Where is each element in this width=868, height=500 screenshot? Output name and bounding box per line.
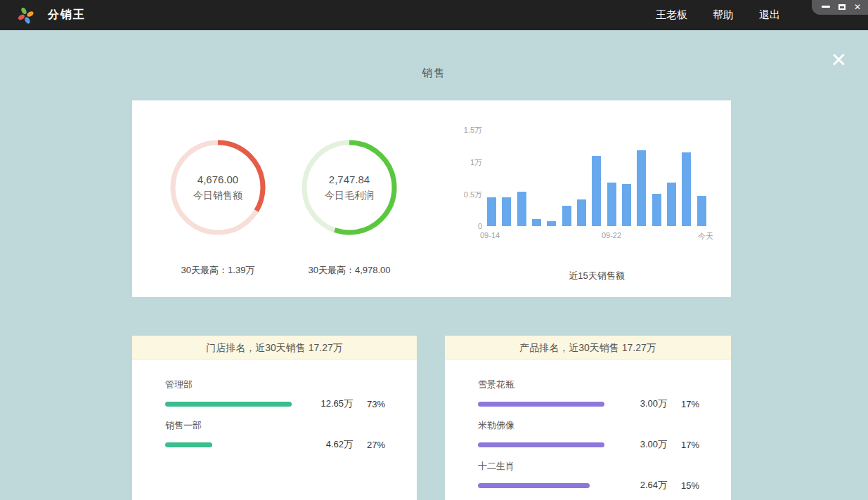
close-icon[interactable]: ✕ (831, 51, 847, 70)
ranking-row-name: 十二生肖 (478, 460, 699, 473)
store-ranking-card: 门店排名，近30天销售 17.27万 管理部12.65万73%销售一部4.62万… (132, 336, 417, 500)
ranking-bar (478, 402, 604, 407)
bar-chart-caption: 近15天销售额 (487, 270, 706, 282)
product-ranking-card: 产品排名，近30天销售 17.27万 雪景花瓶3.00万17%米勒佛像3.00万… (445, 336, 731, 500)
bar-09-22 (607, 183, 616, 226)
ranking-row-value: 3.00万 (611, 438, 667, 451)
user-menu-link[interactable]: 王老板 (656, 8, 687, 22)
app-title: 分销王 (48, 8, 86, 22)
y-tick-label: 1万 (448, 157, 482, 168)
bar-day-2 (502, 197, 511, 226)
store-ranking-header: 门店排名，近30天销售 17.27万 (132, 336, 417, 360)
today-profit-label: 今日毛利润 (325, 190, 374, 202)
bar-day-12 (652, 194, 661, 226)
ranking-row-percent: 17% (667, 440, 699, 450)
logout-link[interactable]: 退出 (759, 8, 780, 22)
help-link[interactable]: 帮助 (713, 8, 734, 22)
ranking-row-name: 管理部 (165, 379, 385, 391)
ranking-row: 雪景花瓶3.00万17% (478, 379, 699, 410)
window-close-icon[interactable]: ✕ (854, 3, 861, 11)
bar-day-5 (547, 221, 556, 226)
x-tick-label: 09-14 (480, 231, 508, 239)
ranking-row-percent: 27% (353, 440, 385, 450)
maximize-icon[interactable] (838, 4, 846, 10)
ranking-row-name: 销售一部 (165, 419, 385, 432)
y-tick-label: 0 (448, 222, 482, 230)
bar-day-14 (682, 152, 691, 226)
today-profit-value: 2,747.84 (329, 173, 370, 185)
ranking-row-value: 12.65万 (299, 397, 353, 410)
y-tick-label: 1.5万 (448, 125, 482, 136)
bar-day-4 (532, 219, 541, 226)
bar-day-8 (592, 156, 601, 226)
bar-day-3 (517, 192, 526, 226)
ranking-row-name: 米勒佛像 (478, 419, 699, 432)
top-bar: 分销王 王老板 帮助 退出 ✕ (0, 0, 868, 30)
ranking-row-percent: 15% (667, 480, 699, 491)
pinwheel-logo-icon (17, 6, 35, 25)
window-controls: ✕ (812, 0, 868, 15)
store-ranking-list: 管理部12.65万73%销售一部4.62万27% (132, 360, 417, 451)
minimize-icon[interactable] (822, 6, 830, 8)
today-profit-donut: 2,747.84 今日毛利润 (297, 135, 402, 240)
ranking-bar (478, 442, 604, 447)
today-sales-donut-center: 4,676.00 今日销售额 (165, 135, 271, 240)
overview-card: 4,676.00 今日销售额 30天最高：1.39万 2,747.84 今日毛利… (132, 100, 731, 297)
today-profit-donut-center: 2,747.84 今日毛利润 (297, 135, 402, 240)
ranking-row-value: 4.62万 (299, 438, 353, 451)
bar-day-11 (637, 150, 646, 226)
ranking-row: 管理部12.65万73% (165, 379, 385, 410)
ranking-bar (478, 483, 590, 488)
bar-09-14 (487, 197, 496, 226)
page-title: 销售 (0, 67, 868, 80)
sales-bar-chart (487, 129, 706, 226)
top-nav: 王老板 帮助 退出 (656, 0, 780, 30)
ranking-bar (165, 402, 292, 407)
product-ranking-header: 产品排名，近30天销售 17.27万 (445, 336, 731, 360)
today-sales-label: 今日销售额 (193, 190, 242, 202)
profit-30day-max-caption: 30天最高：4,978.00 (279, 264, 420, 277)
today-sales-donut: 4,676.00 今日销售额 (165, 135, 271, 240)
bar-day-6 (562, 206, 571, 226)
x-tick-label: 09-22 (597, 231, 626, 239)
bar-day-7 (577, 199, 586, 226)
x-tick-label: 今天 (685, 231, 713, 242)
ranking-row: 十二生肖2.64万15% (478, 460, 699, 492)
bar-今天 (697, 196, 706, 226)
ranking-row-percent: 73% (353, 399, 385, 409)
bar-day-10 (622, 184, 631, 226)
bar-day-13 (667, 183, 676, 226)
sales-30day-max-caption: 30天最高：1.39万 (148, 264, 288, 277)
ranking-bar (165, 442, 212, 447)
ranking-row: 米勒佛像3.00万17% (478, 419, 699, 451)
ranking-row: 销售一部4.62万27% (165, 419, 385, 451)
y-tick-label: 0.5万 (448, 190, 482, 200)
product-ranking-list: 雪景花瓶3.00万17%米勒佛像3.00万17%十二生肖2.64万15%青花图挂… (445, 360, 731, 500)
ranking-row-name: 雪景花瓶 (478, 379, 699, 391)
ranking-row-value: 2.64万 (611, 479, 667, 492)
ranking-row-percent: 17% (667, 399, 699, 409)
ranking-row-value: 3.00万 (611, 397, 667, 410)
today-sales-value: 4,676.00 (197, 173, 238, 185)
